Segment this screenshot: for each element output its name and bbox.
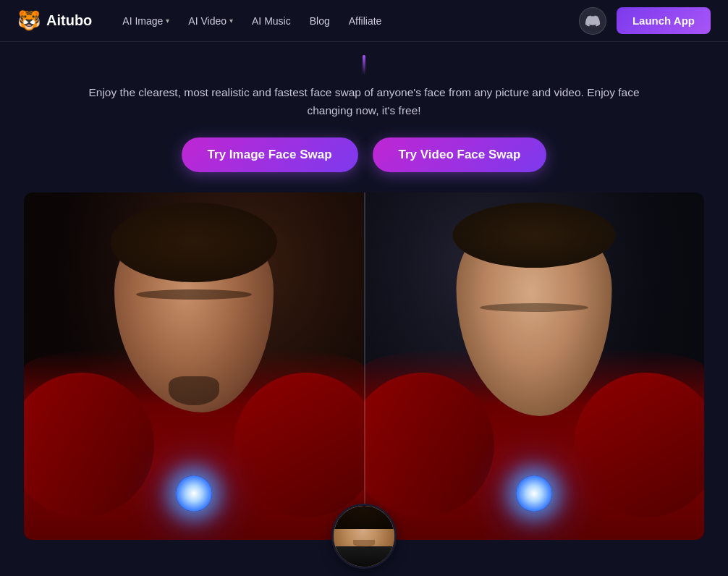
nav-label-ai-video: AI Video [188, 15, 227, 27]
nav-item-ai-image[interactable]: AI Image ▾ [115, 11, 177, 31]
try-video-face-swap-button[interactable]: Try Video Face Swap [373, 137, 547, 172]
discord-button[interactable] [579, 7, 606, 35]
nav-label-ai-music: AI Music [252, 15, 291, 27]
hero-accent-line [363, 55, 365, 75]
demo-swapped [364, 192, 704, 540]
nav-item-ai-video[interactable]: AI Video ▾ [181, 11, 240, 31]
hero-section: Enjoy the clearest, most realistic and f… [0, 42, 728, 554]
chevron-down-icon: ▾ [229, 17, 233, 25]
try-image-face-swap-button[interactable]: Try Image Face Swap [182, 137, 358, 172]
hero-description: Enjoy the clearest, most realistic and f… [67, 84, 661, 120]
nav-label-ai-image: AI Image [122, 15, 163, 27]
logo[interactable]: 🐯 Aitubo [17, 9, 92, 33]
nav-links: AI Image ▾ AI Video ▾ AI Music Blog Affi… [115, 11, 579, 31]
demo-image-container [24, 192, 704, 540]
source-face-avatar [331, 504, 397, 569]
demo-divider [364, 192, 365, 540]
nav-item-affiliate[interactable]: Affiliate [342, 11, 389, 31]
logo-icon: 🐯 [17, 9, 41, 33]
launch-app-button[interactable]: Launch App [617, 7, 711, 34]
nav-label-blog: Blog [310, 15, 330, 27]
nav-item-blog[interactable]: Blog [302, 11, 337, 31]
avatar-hair [334, 506, 394, 529]
navbar: 🐯 Aitubo AI Image ▾ AI Video ▾ AI Music … [0, 0, 728, 42]
demo-original [24, 192, 364, 540]
avatar-face [334, 506, 394, 567]
demo-area [24, 192, 704, 554]
hero-buttons: Try Image Face Swap Try Video Face Swap [182, 137, 547, 172]
brand-name: Aitubo [46, 12, 92, 29]
chevron-down-icon: ▾ [166, 17, 169, 25]
avatar-shirt [334, 546, 394, 567]
nav-right: Launch App [579, 7, 711, 35]
nav-item-ai-music[interactable]: AI Music [245, 11, 298, 31]
discord-icon [585, 14, 600, 28]
nav-label-affiliate: Affiliate [349, 15, 382, 27]
